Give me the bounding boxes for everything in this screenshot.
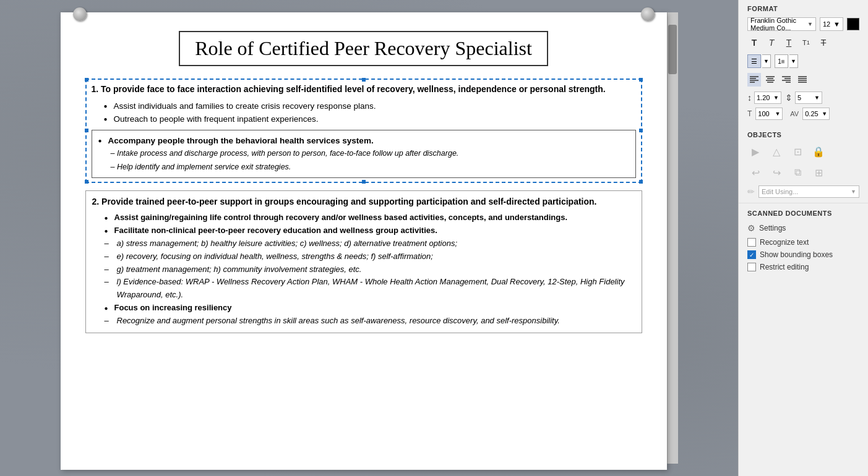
settings-row: ⚙ Settings bbox=[747, 223, 859, 233]
font-dropdown-arrow: ▼ bbox=[807, 21, 813, 27]
recognize-text-checkbox[interactable] bbox=[747, 238, 756, 247]
kerning-dropdown[interactable]: 0.25 ▼ bbox=[802, 108, 830, 120]
align-justify-btn[interactable] bbox=[796, 73, 809, 87]
doc-title: Role of Certified Peer Recovery Speciali… bbox=[85, 31, 642, 66]
format-title: FORMAT bbox=[747, 5, 859, 12]
lock-icon: 🔒 bbox=[810, 143, 827, 159]
objects-icons-row-2: ↩ ↪ ⧉ ⊞ bbox=[747, 164, 859, 181]
section1-sub-item-1: Intake process and discharge process, wi… bbox=[98, 147, 629, 160]
scrollbar-thumb[interactable] bbox=[668, 25, 677, 74]
handle-ml bbox=[85, 129, 88, 132]
opacity-icon: T bbox=[747, 109, 752, 118]
size-dropdown[interactable]: 12 ▼ bbox=[820, 17, 843, 31]
para-spacing-val: 5 bbox=[797, 94, 801, 101]
edit-using-arrow: ▼ bbox=[851, 189, 856, 195]
section2-block[interactable]: 2. Provide trained peer-to-peer support … bbox=[85, 190, 642, 333]
settings-label: Settings bbox=[759, 224, 786, 232]
show-bounding-boxes-checkbox[interactable] bbox=[747, 250, 756, 259]
handle-br bbox=[639, 180, 643, 184]
section1-heading: 1. To provide face to face interaction a… bbox=[92, 83, 636, 96]
align-left-btn[interactable] bbox=[747, 73, 761, 87]
ordered-list-btn[interactable]: 1≡ bbox=[775, 54, 788, 68]
section2-last-sub: Recognize and augment personal strengths… bbox=[105, 315, 635, 328]
bold-button[interactable]: T bbox=[747, 36, 761, 49]
align-center-btn[interactable] bbox=[763, 73, 777, 87]
handle-tl bbox=[85, 78, 88, 82]
handle-bc bbox=[362, 180, 366, 184]
recognize-text-label: Recognize text bbox=[760, 238, 809, 247]
opacity-arrow: ▼ bbox=[775, 111, 780, 117]
line-spacing-dropdown[interactable]: 1.20 ▼ bbox=[754, 91, 781, 104]
ordered-list-icon: 1≡ bbox=[778, 58, 784, 65]
para-spacing-icon: ⇕ bbox=[785, 93, 793, 103]
restrict-editing-checkbox[interactable] bbox=[747, 263, 756, 271]
tack-right bbox=[641, 7, 655, 21]
duplicate-icon: ⧉ bbox=[789, 164, 806, 181]
line-spacing-icon: ↕ bbox=[747, 93, 752, 103]
unordered-list-arrow[interactable]: ▼ bbox=[762, 54, 771, 68]
section2-sub-2: e) recovery, focusing on individual heal… bbox=[105, 250, 635, 263]
triangle-icon: △ bbox=[768, 143, 784, 159]
restrict-editing-label: Restrict editing bbox=[760, 263, 809, 271]
para-spacing-arrow: ▼ bbox=[814, 95, 820, 101]
kerning-arrow: ▼ bbox=[822, 111, 827, 117]
line-spacing-item: ↕ 1.20 ▼ bbox=[747, 91, 781, 104]
handle-tc bbox=[362, 78, 366, 82]
edit-using-text: Edit Using... bbox=[762, 188, 798, 195]
superscript-button[interactable]: T1 bbox=[799, 36, 813, 49]
recognize-text-row: Recognize text bbox=[747, 238, 859, 247]
objects-section: OBJECTS ▶ △ ⊡ 🔒 ↩ ↪ ⧉ ⊞ ✏ Edit Using... … bbox=[739, 126, 868, 203]
color-swatch[interactable] bbox=[847, 18, 859, 30]
handle-tr bbox=[639, 78, 643, 82]
pencil-icon: ✏ bbox=[747, 187, 755, 197]
font-size-text: 12 bbox=[823, 20, 830, 28]
section2-sub-1: a) stress management; b) healthy leisure… bbox=[105, 237, 635, 250]
align-justify-icon bbox=[797, 75, 807, 84]
paper: Role of Certified Peer Recovery Speciali… bbox=[61, 12, 667, 470]
crop-icon: ⊡ bbox=[789, 143, 806, 159]
italic-button[interactable]: T bbox=[765, 36, 778, 49]
edit-using-row: ✏ Edit Using... ▼ bbox=[747, 185, 859, 198]
handle-bl bbox=[85, 180, 88, 184]
tack-left bbox=[73, 7, 87, 21]
document-area: Role of Certified Peer Recovery Speciali… bbox=[0, 0, 738, 476]
section1-block[interactable]: 1. To provide face to face interaction a… bbox=[85, 79, 642, 183]
font-dropdown[interactable]: Franklin Gothic Medium Co... ▼ bbox=[747, 17, 816, 31]
title-text: Role of Certified Peer Recovery Speciali… bbox=[179, 31, 548, 66]
copy-icon: ⊞ bbox=[810, 164, 827, 181]
para-spacing-dropdown[interactable]: 5 ▼ bbox=[795, 91, 822, 104]
list-buttons-row: ☰ ▼ 1≡ ▼ bbox=[747, 54, 859, 68]
cursor-icon: ▶ bbox=[747, 143, 763, 159]
opacity-val-text: 100 bbox=[758, 110, 769, 117]
size-dropdown-arrow: ▼ bbox=[833, 20, 840, 28]
unordered-list-btn[interactable]: ☰ bbox=[747, 54, 761, 68]
format-section: FORMAT Franklin Gothic Medium Co... ▼ 12… bbox=[739, 0, 868, 126]
show-bounding-boxes-row: Show bounding boxes bbox=[747, 250, 859, 259]
show-bounding-boxes-label: Show bounding boxes bbox=[760, 250, 833, 259]
align-left-icon bbox=[749, 75, 759, 84]
edit-using-dropdown[interactable]: Edit Using... ▼ bbox=[758, 185, 859, 198]
section1-bullets: Assist individuals and families to creat… bbox=[92, 100, 636, 126]
scrollbar[interactable] bbox=[667, 12, 678, 464]
para-spacing-item: ⇕ 5 ▼ bbox=[785, 91, 822, 104]
objects-title: OBJECTS bbox=[747, 131, 859, 138]
undo-icon: ↩ bbox=[747, 164, 763, 181]
section2-bullets: Assist gaining/regaining life control th… bbox=[92, 211, 635, 327]
opacity-dropdown[interactable]: 100 ▼ bbox=[755, 108, 783, 120]
font-name-text: Franklin Gothic Medium Co... bbox=[750, 17, 807, 32]
right-panel: FORMAT Franklin Gothic Medium Co... ▼ 12… bbox=[738, 0, 868, 476]
underline-button[interactable]: T bbox=[782, 36, 796, 49]
ordered-list-arrow[interactable]: ▼ bbox=[789, 54, 798, 68]
font-row: Franklin Gothic Medium Co... ▼ 12 ▼ bbox=[747, 17, 859, 31]
kerning-val-text: 0.25 bbox=[805, 110, 818, 117]
align-right-btn[interactable] bbox=[780, 73, 793, 87]
opacity-kerning-row: T 100 ▼ AV 0.25 ▼ bbox=[747, 108, 859, 120]
handle-mr bbox=[639, 129, 643, 132]
section1-sub-item-2: Help identify and implement service exit… bbox=[98, 161, 629, 174]
unordered-list-group: ☰ ▼ bbox=[747, 54, 771, 68]
section1-nested-box: Accompany people through the behavioral … bbox=[92, 130, 636, 178]
unordered-list-icon: ☰ bbox=[751, 57, 757, 66]
strikethrough-button[interactable]: T bbox=[817, 36, 830, 49]
line-spacing-val: 1.20 bbox=[757, 94, 770, 101]
section2-bullet-2: Facilitate non-clinical peer-to-peer rec… bbox=[105, 224, 635, 237]
